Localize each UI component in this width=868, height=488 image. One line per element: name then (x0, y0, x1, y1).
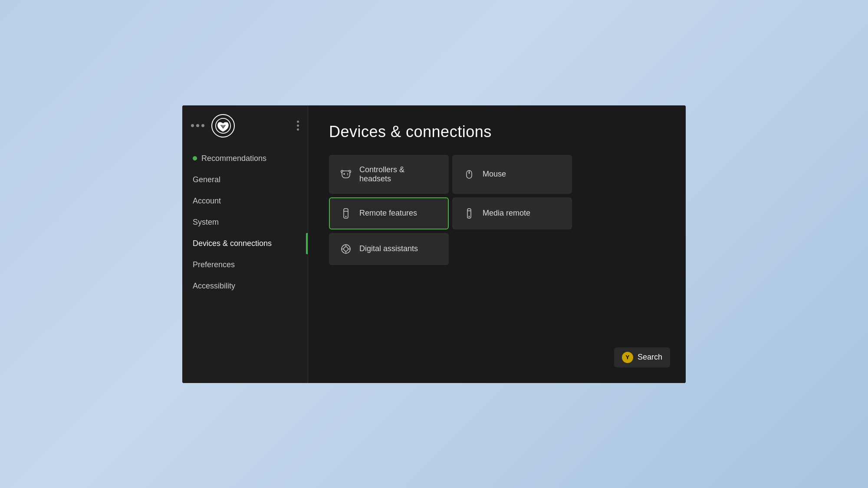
main-content: Devices & connections Controllers & head… (308, 105, 686, 383)
sidebar-item-general-label: General (193, 175, 220, 184)
nav-dot-2 (196, 124, 199, 127)
sidebar-header (182, 105, 308, 144)
sidebar-item-accessibility[interactable]: Accessibility (182, 275, 308, 297)
dots-nav (191, 124, 204, 127)
sidebar-item-preferences[interactable]: Preferences (182, 254, 308, 275)
media-remote-label: Media remote (483, 209, 530, 218)
sidebar: Recommendations General Account System D… (182, 105, 308, 383)
nav-dot-3 (201, 124, 204, 127)
y-button-icon: Y (622, 352, 633, 363)
sidebar-item-recommendations-label: Recommendations (201, 154, 266, 163)
sidebar-item-preferences-label: Preferences (193, 260, 235, 269)
y-button-label: Y (626, 354, 630, 360)
grid-item-digital-assistants[interactable]: Digital assistants (329, 233, 449, 265)
menu-dot-3 (297, 128, 299, 131)
mouse-icon (464, 169, 475, 180)
remote-features-label: Remote features (359, 209, 417, 218)
nav-dot-1 (191, 124, 194, 127)
digital-assistants-icon (340, 243, 352, 255)
controllers-label: Controllers & headsets (359, 165, 437, 183)
sidebar-item-account[interactable]: Account (182, 190, 308, 212)
search-button[interactable]: Y Search (614, 347, 670, 367)
sidebar-item-recommendations[interactable]: Recommendations (182, 148, 308, 169)
remote-features-icon (340, 208, 352, 219)
sidebar-item-account-label: Account (193, 197, 221, 206)
menu-dot-1 (297, 121, 299, 123)
svg-point-15 (344, 247, 348, 251)
sidebar-item-devices[interactable]: Devices & connections (182, 233, 308, 254)
grid-item-remote-features[interactable]: Remote features (329, 197, 449, 229)
sidebar-nav: Recommendations General Account System D… (182, 144, 308, 383)
xbox-logo (211, 114, 235, 138)
svg-point-3 (347, 173, 348, 174)
svg-point-4 (347, 174, 348, 175)
page-title: Devices & connections (329, 123, 665, 141)
sidebar-item-general[interactable]: General (182, 169, 308, 190)
sidebar-item-devices-label: Devices & connections (193, 239, 272, 248)
grid-item-controllers[interactable]: Controllers & headsets (329, 155, 449, 194)
sidebar-item-system-label: System (193, 218, 219, 227)
search-label: Search (638, 353, 662, 362)
svg-point-7 (469, 172, 470, 173)
menu-dots-button[interactable] (297, 121, 299, 131)
svg-point-12 (469, 216, 470, 217)
recommendations-dot (193, 156, 197, 160)
mouse-label: Mouse (483, 170, 506, 179)
grid-item-media-remote[interactable]: Media remote (452, 197, 572, 229)
media-remote-icon (464, 208, 475, 219)
sidebar-item-system[interactable]: System (182, 212, 308, 233)
settings-window: Recommendations General Account System D… (182, 105, 686, 383)
digital-assistants-label: Digital assistants (359, 244, 418, 253)
sidebar-item-accessibility-label: Accessibility (193, 282, 235, 291)
grid-item-mouse[interactable]: Mouse (452, 155, 572, 194)
menu-dot-2 (297, 124, 299, 127)
devices-grid: Controllers & headsets Mouse Remote fe (329, 155, 572, 265)
controllers-icon (340, 169, 352, 180)
svg-point-10 (345, 216, 347, 217)
